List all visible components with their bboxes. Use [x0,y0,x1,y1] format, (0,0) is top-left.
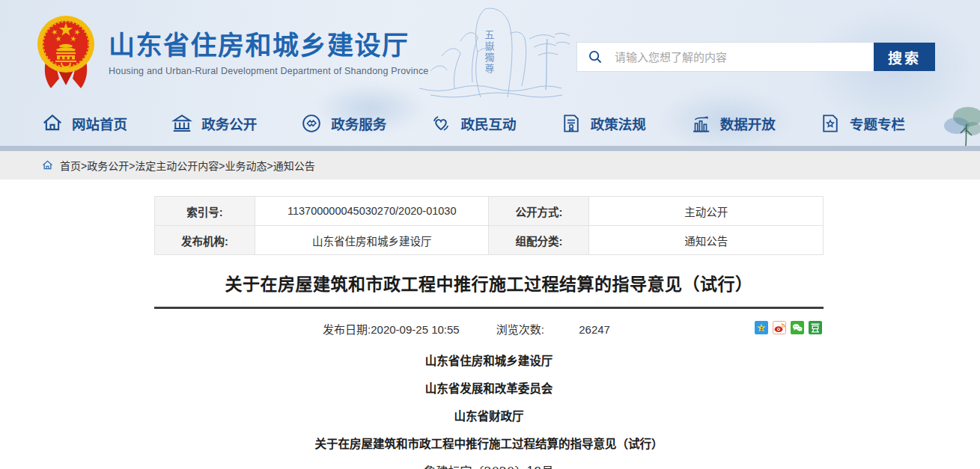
site-header: 五嶽獨尊 [0,0,980,146]
breadcrumb: 首页>政务公开>法定主动公开内容>业务动态>通知公告 [0,151,980,180]
index-number-label: 索引号: [155,197,255,226]
article-meta-text: 发布日期:2020-09-25 10:55 浏览次数: 26247 [323,323,610,336]
nav-item-label: 专题专栏 [850,114,905,133]
search-icon [577,43,613,71]
share-icons: z [755,321,822,334]
nav-item-gov-disclosure[interactable]: 政务公开 [171,112,257,135]
star-document-icon [819,112,841,135]
views-count: 26247 [579,323,610,336]
page-title: 关于在房屋建筑和市政工程中推行施工过程结算的指导意见（试行） [154,270,824,295]
table-row: 发布机构: 山东省住房和城乡建设厅 组配分类: 通知公告 [155,226,824,255]
nav-item-label: 数据开放 [720,114,776,133]
site-title-block: 山东省住房和城乡建设厅 Housing and Urban-Rural Deve… [109,12,429,91]
issuing-org-line: 山东省住房和城乡建设厅 [154,347,824,375]
disclosure-method-value: 主动公开 [589,197,824,226]
weibo-share-icon[interactable] [773,321,786,334]
title-divider [154,307,824,309]
nav-item-home[interactable]: 网站首页 [41,112,127,135]
document-title-line: 关于在房屋建筑和市政工程中推行施工过程结算的指导意见（试行） [154,430,824,458]
search-bar: 搜索 [576,42,936,72]
search-input[interactable] [613,43,874,71]
document-number: 鲁建标字〔2020〕19号 [154,458,824,469]
site-name: 山东省住房和城乡建设厅 [109,30,429,61]
views-label: 浏览次数: [496,323,544,336]
wechat-share-icon[interactable] [791,321,804,334]
issuing-agency-label: 发布机构: [155,226,255,255]
nav-item-public-interaction[interactable]: 政民互动 [430,112,516,135]
category-value: 通知公告 [589,226,824,255]
search-button[interactable]: 搜索 [874,43,935,71]
site-name-english: Housing and Urban-Rural Development Depa… [109,66,429,76]
main-nav: 网站首页 政务公开 政务服务 政民互动 [0,101,980,146]
douban-share-icon[interactable] [809,321,822,334]
nav-item-gov-services[interactable]: 政务服务 [300,112,386,135]
issuing-agency-value: 山东省住房和城乡建设厅 [255,226,489,255]
handshake-icon [300,112,323,135]
document-meta-table: 索引号: 113700000045030270/2020-01030 公开方式:… [154,196,824,255]
nav-item-label: 政民互动 [460,114,516,133]
article-content: 索引号: 113700000045030270/2020-01030 公开方式:… [154,180,824,469]
index-number-value: 113700000045030270/2020-01030 [255,197,489,226]
publish-date-label: 发布日期: [323,323,371,336]
breadcrumb-path[interactable]: 首页>政务公开>法定主动公开内容>业务动态>通知公告 [60,158,315,173]
heart-interaction-icon [430,112,452,135]
nav-item-label: 政务公开 [201,114,257,133]
issuing-org-line: 山东省发展和改革委员会 [154,375,824,402]
national-emblem-icon [36,12,96,91]
category-label: 组配分类: [489,226,589,255]
article-body: 山东省住房和城乡建设厅 山东省发展和改革委员会 山东省财政厅 关于在房屋建筑和市… [154,347,824,469]
home-icon [41,112,64,135]
nav-item-label: 网站首页 [72,114,127,133]
data-chart-icon [690,112,712,135]
issuing-org-line: 山东省财政厅 [154,402,824,430]
breadcrumb-home-icon[interactable] [41,159,54,171]
site-logo[interactable]: 山东省住房和城乡建设厅 Housing and Urban-Rural Deve… [36,12,429,91]
table-row: 索引号: 113700000045030270/2020-01030 公开方式:… [155,197,824,226]
policy-document-icon [560,112,582,135]
government-building-icon [171,112,193,135]
separator-band [0,146,980,151]
article-meta-row: 发布日期:2020-09-25 10:55 浏览次数: 26247 z [154,318,824,337]
nav-item-label: 政务服务 [331,114,386,133]
disclosure-method-label: 公开方式: [489,197,589,226]
mountain-painting-decoration: 五嶽獨尊 [408,0,580,99]
publish-date-value: 2020-09-25 10:55 [371,323,459,336]
nav-item-open-data[interactable]: 数据开放 [690,112,776,135]
page: 五嶽獨尊 [0,0,980,469]
nav-item-special-topics[interactable]: 专题专栏 [819,112,905,135]
nav-item-policies[interactable]: 政策法规 [560,112,646,135]
decoration-text: 五嶽獨尊 [484,30,495,75]
qzone-share-icon[interactable]: z [755,321,768,334]
nav-item-label: 政策法规 [591,114,646,133]
